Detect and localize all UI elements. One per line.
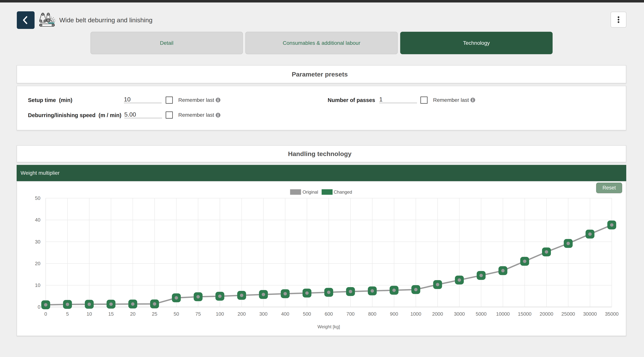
svg-text:10000: 10000 (496, 311, 510, 317)
svg-text:20: 20 (35, 261, 40, 266)
svg-text:Changed: Changed (334, 190, 352, 194)
svg-text:40: 40 (35, 217, 40, 223)
svg-text:5000: 5000 (476, 311, 487, 317)
svg-text:15: 15 (108, 311, 114, 317)
svg-text:3000: 3000 (454, 311, 465, 317)
svg-text:25: 25 (152, 311, 157, 317)
svg-text:100: 100 (216, 311, 224, 317)
svg-text:0: 0 (38, 304, 40, 310)
svg-text:900: 900 (390, 311, 398, 317)
svg-text:50: 50 (35, 195, 40, 201)
svg-text:10: 10 (35, 282, 40, 288)
svg-text:50: 50 (174, 311, 179, 317)
svg-text:20: 20 (130, 311, 136, 317)
svg-text:600: 600 (325, 311, 333, 317)
svg-text:15000: 15000 (518, 311, 532, 317)
svg-text:800: 800 (368, 311, 376, 317)
svg-text:300: 300 (259, 311, 268, 317)
svg-text:30: 30 (35, 239, 40, 244)
svg-text:200: 200 (238, 311, 246, 317)
svg-text:25000: 25000 (562, 311, 575, 317)
svg-text:2000: 2000 (432, 311, 443, 317)
svg-text:30000: 30000 (583, 311, 597, 317)
svg-text:400: 400 (281, 311, 289, 317)
svg-text:Original: Original (302, 190, 318, 194)
svg-text:35000: 35000 (605, 311, 618, 317)
svg-text:75: 75 (196, 311, 201, 317)
svg-text:1000: 1000 (410, 311, 421, 317)
svg-text:500: 500 (303, 311, 311, 317)
svg-text:0: 0 (44, 311, 47, 317)
svg-text:Weight [kg]: Weight [kg] (318, 324, 340, 329)
svg-text:5: 5 (66, 311, 69, 317)
svg-text:20000: 20000 (540, 311, 553, 317)
svg-text:700: 700 (346, 311, 354, 317)
svg-text:10: 10 (86, 311, 92, 317)
